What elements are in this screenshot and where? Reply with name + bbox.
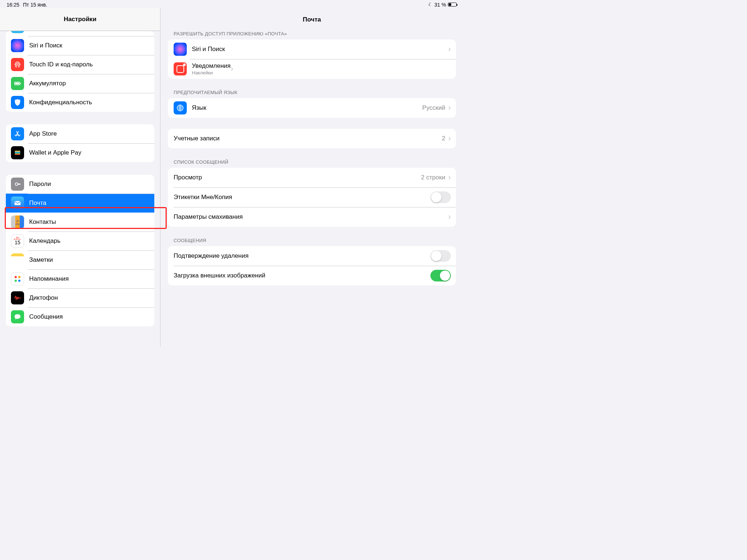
sidebar-item-passwords[interactable]: Пароли [6, 175, 154, 194]
detail-pane: Почта РАЗРЕШИТЬ ДОСТУП ПРИЛОЖЕНИЮ «ПОЧТА… [160, 8, 463, 347]
chevron-right-icon: › [448, 173, 451, 182]
reminders-icon [11, 272, 24, 285]
section-header-msglist: СПИСОК СООБЩЕНИЙ [168, 159, 456, 168]
sidebar-item-contacts[interactable]: Контакты [6, 213, 154, 232]
wallet-icon [11, 146, 24, 159]
touchid-icon [11, 58, 24, 71]
privacy-icon [11, 96, 24, 109]
calendar-icon: ПТ 15 [11, 234, 24, 248]
sidebar-item-messages[interactable]: Сообщения [6, 307, 154, 326]
switch-to-cc[interactable] [430, 191, 451, 203]
battery-percent: 31 % [434, 2, 446, 8]
sidebar-item-calendar[interactable]: ПТ 15 Календарь [6, 232, 154, 250]
chevron-right-icon: › [448, 212, 451, 222]
sidebar-item-appstore[interactable]: App Store [6, 124, 154, 143]
appstore-icon [11, 127, 24, 140]
switch-confirm-delete[interactable] [430, 250, 451, 262]
chevron-right-icon: › [448, 44, 451, 54]
battery-icon [448, 3, 457, 7]
svg-rect-9 [15, 201, 21, 205]
switch-remote-images[interactable] [430, 270, 451, 281]
globe-icon [174, 101, 187, 114]
svg-rect-5 [15, 152, 20, 153]
notifications-icon [174, 62, 187, 75]
sidebar-item-privacy[interactable]: Конфиденциальность [6, 93, 154, 112]
sidebar-item-notes[interactable]: Заметки [6, 250, 154, 269]
row-language[interactable]: Язык Русский › [168, 98, 456, 118]
row-accounts[interactable]: Учетные записи 2 › [168, 129, 456, 148]
row-preview[interactable]: Просмотр 2 строки › [168, 168, 456, 187]
row-to-cc-labels: Этикетки Мне/Копия [168, 187, 456, 207]
sidebar-group-general: ◉ Обои Siri и Поиск Touch ID и код-парол… [6, 31, 154, 112]
siri-icon [11, 39, 24, 52]
sidebar-item-battery[interactable]: Аккумулятор [6, 74, 154, 93]
dnd-icon: ☾ [428, 2, 433, 7]
section-header-access: РАЗРЕШИТЬ ДОСТУП ПРИЛОЖЕНИЮ «ПОЧТА» [168, 31, 456, 39]
section-header-messages: СООБЩЕНИЯ [168, 238, 456, 246]
settings-sidebar: Настройки ◉ Обои Siri и Поиск Touch ID и… [0, 8, 160, 347]
group-accounts: Учетные записи 2 › [168, 129, 456, 148]
voicememos-icon [11, 291, 24, 304]
svg-point-10 [16, 220, 19, 222]
svg-point-8 [15, 183, 18, 185]
chevron-right-icon: › [231, 64, 233, 74]
sidebar-item-siri[interactable]: Siri и Поиск [6, 36, 154, 55]
wallpaper-icon: ◉ [11, 31, 24, 33]
row-swipe-options[interactable]: Параметры смахивания › [168, 207, 456, 227]
contacts-icon [11, 215, 24, 229]
group-message-list: Просмотр 2 строки › Этикетки Мне/Копия П… [168, 168, 456, 227]
row-confirm-delete: Подтверждение удаления [168, 246, 456, 266]
sidebar-item-mail[interactable]: Почта [6, 194, 154, 213]
section-header-language: ПРЕДПОЧИТАЕМЫЙ ЯЗЫК [168, 90, 456, 98]
row-siri-search[interactable]: Siri и Поиск › [168, 39, 456, 59]
notes-icon [11, 253, 24, 267]
svg-rect-2 [15, 83, 19, 84]
svg-rect-6 [15, 153, 20, 154]
messages-icon [11, 310, 24, 323]
svg-rect-7 [15, 154, 20, 155]
sidebar-item-voicememos[interactable]: Диктофон [6, 288, 154, 307]
status-date: Пт 15 янв. [23, 2, 47, 8]
battery-menu-icon [11, 77, 24, 90]
siri-icon [174, 43, 187, 56]
svg-rect-4 [15, 151, 20, 152]
sidebar-item-wallet[interactable]: Wallet и Apple Pay [6, 143, 154, 162]
status-time: 16:25 [7, 2, 19, 8]
row-remote-images: Загрузка внешних изображений [168, 266, 456, 285]
status-bar: 16:25 Пт 15 янв. ☾ 31 % [0, 0, 463, 8]
group-language: Язык Русский › [168, 98, 456, 118]
passwords-icon [11, 178, 24, 191]
row-notifications[interactable]: Уведомления Наклейки › [168, 59, 456, 79]
sidebar-item-reminders[interactable]: Напоминания [6, 269, 154, 288]
chevron-right-icon: › [448, 103, 451, 113]
group-messages: Подтверждение удаления Загрузка внешних … [168, 246, 456, 285]
sidebar-title: Настройки [0, 8, 160, 31]
svg-rect-1 [20, 83, 21, 84]
sidebar-group-store: App Store Wallet и Apple Pay [6, 124, 154, 162]
group-access: Siri и Поиск › Уведомления Наклейки › [168, 39, 456, 79]
sidebar-item-wallpaper[interactable]: ◉ Обои [6, 31, 154, 36]
sidebar-item-touchid[interactable]: Touch ID и код-пароль [6, 55, 154, 74]
chevron-right-icon: › [448, 134, 451, 143]
mail-icon [11, 197, 24, 210]
detail-title: Почта [160, 8, 463, 31]
sidebar-group-apps: Пароли Почта Контакты ПТ [6, 175, 154, 326]
